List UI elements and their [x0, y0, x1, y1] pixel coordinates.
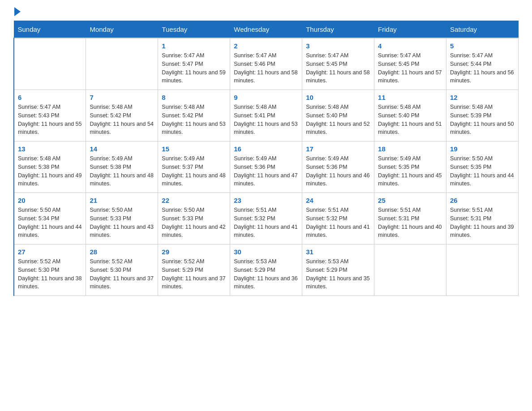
calendar-cell: 29Sunrise: 5:52 AMSunset: 5:29 PMDayligh… [158, 244, 230, 296]
weekday-header-monday: Monday [86, 21, 158, 39]
calendar-cell: 13Sunrise: 5:48 AMSunset: 5:38 PMDayligh… [14, 141, 86, 193]
calendar-cell: 21Sunrise: 5:50 AMSunset: 5:33 PMDayligh… [86, 193, 158, 244]
day-info: Sunrise: 5:49 AMSunset: 5:38 PMDaylight:… [90, 154, 154, 188]
day-number: 18 [378, 145, 442, 153]
calendar-cell: 22Sunrise: 5:50 AMSunset: 5:33 PMDayligh… [158, 193, 230, 244]
day-number: 28 [90, 248, 154, 256]
day-number: 15 [162, 145, 226, 153]
day-number: 22 [162, 197, 226, 204]
day-info: Sunrise: 5:48 AMSunset: 5:38 PMDaylight:… [18, 154, 82, 188]
calendar-week-2: 6Sunrise: 5:47 AMSunset: 5:43 PMDaylight… [14, 90, 519, 141]
calendar-cell: 27Sunrise: 5:52 AMSunset: 5:30 PMDayligh… [14, 244, 86, 296]
day-number: 12 [450, 94, 515, 101]
calendar-week-5: 27Sunrise: 5:52 AMSunset: 5:30 PMDayligh… [14, 244, 519, 296]
calendar-week-1: 1Sunrise: 5:47 AMSunset: 5:47 PMDaylight… [14, 38, 519, 90]
day-number: 10 [306, 94, 370, 101]
weekday-header-friday: Friday [374, 21, 446, 39]
day-number: 19 [450, 145, 515, 153]
calendar-cell: 3Sunrise: 5:47 AMSunset: 5:45 PMDaylight… [302, 38, 374, 90]
calendar-cell [446, 244, 519, 296]
day-info: Sunrise: 5:52 AMSunset: 5:29 PMDaylight:… [162, 257, 226, 291]
calendar-cell [14, 38, 86, 90]
day-number: 2 [234, 42, 298, 50]
calendar-cell [374, 244, 446, 296]
day-info: Sunrise: 5:47 AMSunset: 5:45 PMDaylight:… [378, 51, 442, 85]
calendar-cell: 30Sunrise: 5:53 AMSunset: 5:29 PMDayligh… [230, 244, 302, 296]
calendar-cell: 17Sunrise: 5:49 AMSunset: 5:36 PMDayligh… [302, 141, 374, 193]
day-number: 17 [306, 145, 370, 153]
day-number: 11 [378, 94, 442, 101]
day-info: Sunrise: 5:47 AMSunset: 5:47 PMDaylight:… [162, 51, 226, 85]
weekday-header-sunday: Sunday [14, 21, 86, 39]
calendar-cell: 6Sunrise: 5:47 AMSunset: 5:43 PMDaylight… [14, 90, 86, 141]
day-info: Sunrise: 5:49 AMSunset: 5:36 PMDaylight:… [234, 154, 298, 188]
day-number: 23 [234, 197, 298, 204]
calendar-cell: 19Sunrise: 5:50 AMSunset: 5:35 PMDayligh… [446, 141, 519, 193]
day-info: Sunrise: 5:50 AMSunset: 5:34 PMDaylight:… [18, 206, 82, 240]
day-number: 20 [18, 197, 82, 204]
day-info: Sunrise: 5:48 AMSunset: 5:41 PMDaylight:… [234, 103, 298, 137]
day-info: Sunrise: 5:50 AMSunset: 5:35 PMDaylight:… [450, 154, 515, 188]
day-number: 27 [18, 248, 82, 256]
calendar-cell: 20Sunrise: 5:50 AMSunset: 5:34 PMDayligh… [14, 193, 86, 244]
calendar-week-3: 13Sunrise: 5:48 AMSunset: 5:38 PMDayligh… [14, 141, 519, 193]
page-header [13, 9, 519, 16]
day-info: Sunrise: 5:48 AMSunset: 5:40 PMDaylight:… [306, 103, 370, 137]
day-info: Sunrise: 5:48 AMSunset: 5:42 PMDaylight:… [162, 103, 226, 137]
calendar-cell: 15Sunrise: 5:49 AMSunset: 5:37 PMDayligh… [158, 141, 230, 193]
calendar-cell: 8Sunrise: 5:48 AMSunset: 5:42 PMDaylight… [158, 90, 230, 141]
day-info: Sunrise: 5:51 AMSunset: 5:32 PMDaylight:… [234, 206, 298, 240]
calendar-cell: 31Sunrise: 5:53 AMSunset: 5:29 PMDayligh… [302, 244, 374, 296]
calendar-cell: 11Sunrise: 5:48 AMSunset: 5:40 PMDayligh… [374, 90, 446, 141]
calendar-cell: 23Sunrise: 5:51 AMSunset: 5:32 PMDayligh… [230, 193, 302, 244]
day-number: 9 [234, 94, 298, 101]
calendar-cell: 24Sunrise: 5:51 AMSunset: 5:32 PMDayligh… [302, 193, 374, 244]
day-number: 3 [306, 42, 370, 50]
day-info: Sunrise: 5:52 AMSunset: 5:30 PMDaylight:… [90, 257, 154, 291]
weekday-header-tuesday: Tuesday [158, 21, 230, 39]
calendar-cell: 18Sunrise: 5:49 AMSunset: 5:35 PMDayligh… [374, 141, 446, 193]
day-info: Sunrise: 5:49 AMSunset: 5:36 PMDaylight:… [306, 154, 370, 188]
day-info: Sunrise: 5:50 AMSunset: 5:33 PMDaylight:… [90, 206, 154, 240]
day-number: 4 [378, 42, 442, 50]
logo [13, 9, 21, 16]
day-number: 31 [306, 248, 370, 256]
day-info: Sunrise: 5:48 AMSunset: 5:39 PMDaylight:… [450, 103, 515, 137]
day-number: 25 [378, 197, 442, 204]
weekday-header-wednesday: Wednesday [230, 21, 302, 39]
calendar-cell: 5Sunrise: 5:47 AMSunset: 5:44 PMDaylight… [446, 38, 519, 90]
calendar-cell: 10Sunrise: 5:48 AMSunset: 5:40 PMDayligh… [302, 90, 374, 141]
day-number: 24 [306, 197, 370, 204]
day-number: 8 [162, 94, 226, 101]
day-number: 21 [90, 197, 154, 204]
day-info: Sunrise: 5:50 AMSunset: 5:33 PMDaylight:… [162, 206, 226, 240]
logo-arrow-icon [14, 7, 21, 16]
day-info: Sunrise: 5:47 AMSunset: 5:46 PMDaylight:… [234, 51, 298, 85]
calendar-cell: 26Sunrise: 5:51 AMSunset: 5:31 PMDayligh… [446, 193, 519, 244]
day-number: 7 [90, 94, 154, 101]
calendar-cell: 7Sunrise: 5:48 AMSunset: 5:42 PMDaylight… [86, 90, 158, 141]
day-number: 26 [450, 197, 515, 204]
day-info: Sunrise: 5:52 AMSunset: 5:30 PMDaylight:… [18, 257, 82, 291]
day-info: Sunrise: 5:51 AMSunset: 5:32 PMDaylight:… [306, 206, 370, 240]
day-info: Sunrise: 5:51 AMSunset: 5:31 PMDaylight:… [378, 206, 442, 240]
day-number: 13 [18, 145, 82, 153]
day-number: 30 [234, 248, 298, 256]
calendar-cell: 2Sunrise: 5:47 AMSunset: 5:46 PMDaylight… [230, 38, 302, 90]
calendar-cell: 9Sunrise: 5:48 AMSunset: 5:41 PMDaylight… [230, 90, 302, 141]
day-info: Sunrise: 5:49 AMSunset: 5:35 PMDaylight:… [378, 154, 442, 188]
calendar-cell: 25Sunrise: 5:51 AMSunset: 5:31 PMDayligh… [374, 193, 446, 244]
calendar-week-4: 20Sunrise: 5:50 AMSunset: 5:34 PMDayligh… [14, 193, 519, 244]
calendar-cell [86, 38, 158, 90]
day-info: Sunrise: 5:47 AMSunset: 5:45 PMDaylight:… [306, 51, 370, 85]
calendar-table: SundayMondayTuesdayWednesdayThursdayFrid… [13, 21, 519, 296]
calendar-cell: 28Sunrise: 5:52 AMSunset: 5:30 PMDayligh… [86, 244, 158, 296]
calendar-header-row: SundayMondayTuesdayWednesdayThursdayFrid… [14, 21, 519, 39]
day-number: 16 [234, 145, 298, 153]
day-info: Sunrise: 5:47 AMSunset: 5:43 PMDaylight:… [18, 103, 82, 137]
calendar-cell: 1Sunrise: 5:47 AMSunset: 5:47 PMDaylight… [158, 38, 230, 90]
calendar-cell: 12Sunrise: 5:48 AMSunset: 5:39 PMDayligh… [446, 90, 519, 141]
day-number: 1 [162, 42, 226, 50]
day-info: Sunrise: 5:48 AMSunset: 5:40 PMDaylight:… [378, 103, 442, 137]
day-number: 14 [90, 145, 154, 153]
